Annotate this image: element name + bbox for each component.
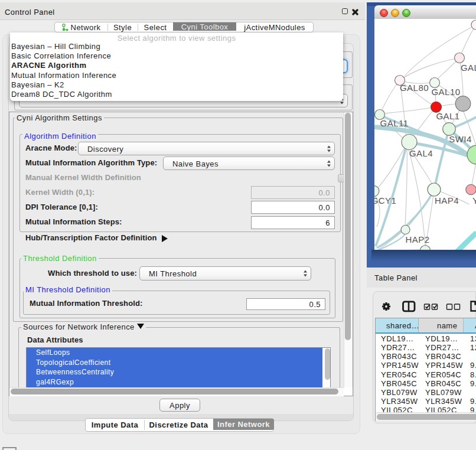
svg-text:HAP4: HAP4: [435, 195, 459, 206]
svg-text:GAL7: GAL7: [461, 63, 476, 73]
svg-text:HAP2: HAP2: [405, 234, 429, 244]
svg-text:GAL4: GAL4: [409, 148, 433, 158]
svg-text:SWI4: SWI4: [449, 134, 472, 144]
svg-text:GAL80: GAL80: [400, 83, 429, 93]
svg-text:GAL1: GAL1: [436, 111, 459, 121]
svg-text:GAL11: GAL11: [380, 118, 409, 128]
svg-text:YE: YE: [472, 195, 476, 206]
svg-text:GAL10: GAL10: [432, 87, 461, 97]
svg-text:GCY1: GCY1: [374, 195, 396, 206]
